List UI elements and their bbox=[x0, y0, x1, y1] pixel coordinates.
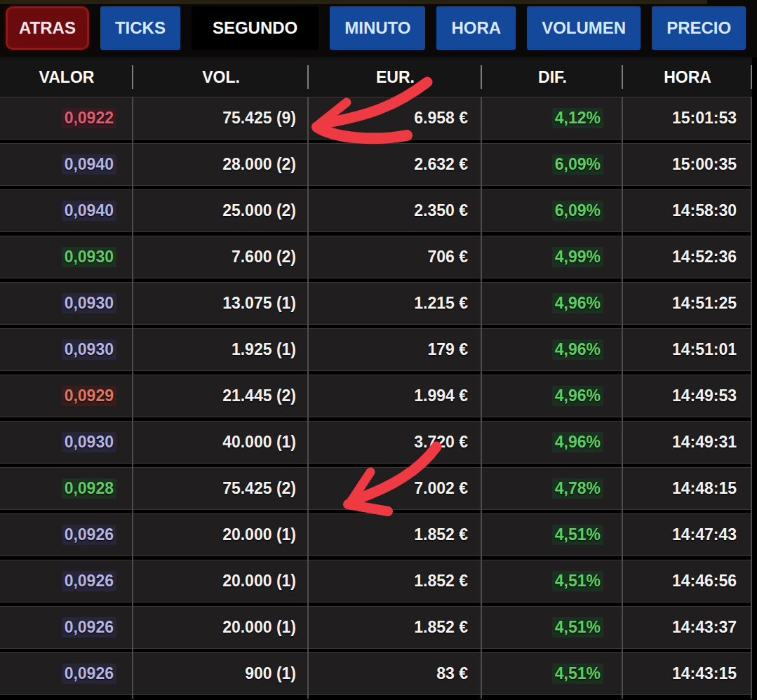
cell-vol: 7.600 (2) bbox=[133, 236, 309, 278]
header-divider bbox=[132, 65, 133, 89]
valor-value: 0,0928 bbox=[62, 478, 116, 499]
cell-eur: 7.002 € bbox=[309, 467, 482, 510]
hora-value: 14:48:15 bbox=[669, 478, 739, 499]
cell-vol: 1.925 (1) bbox=[133, 328, 309, 371]
tab-ticks[interactable]: TICKS bbox=[100, 6, 180, 50]
column-header-hora: HORA bbox=[623, 58, 752, 97]
tab-atras[interactable]: ATRAS bbox=[6, 6, 89, 50]
tab-segundo[interactable]: SEGUNDO bbox=[192, 6, 319, 50]
cell-vol: 28.000 (2) bbox=[133, 143, 309, 186]
dif-value: 4,96% bbox=[552, 432, 603, 452]
dif-value: 4,51% bbox=[552, 664, 603, 684]
cell-eur: 1.994 € bbox=[309, 375, 482, 417]
tab-volumen[interactable]: VOLUMEN bbox=[527, 6, 641, 50]
dif-value: 4,96% bbox=[552, 293, 603, 314]
column-header-valor: VALOR bbox=[0, 58, 133, 97]
vol-value: 20.000 (1) bbox=[220, 617, 299, 638]
vol-value: 25.000 (2) bbox=[220, 201, 299, 221]
tab-hora[interactable]: HORA bbox=[436, 6, 516, 50]
cell-eur: 179 € bbox=[309, 328, 482, 371]
cell-eur: 706 € bbox=[309, 236, 482, 278]
eur-value: 2.350 € bbox=[411, 201, 471, 221]
valor-value: 0,0930 bbox=[62, 247, 116, 267]
vol-value: 900 (1) bbox=[242, 664, 299, 684]
eur-value: 1.994 € bbox=[411, 386, 471, 406]
hora-value: 15:00:35 bbox=[669, 154, 739, 175]
cell-vol: 900 (1) bbox=[133, 652, 309, 695]
hora-value: 14:49:31 bbox=[669, 432, 739, 452]
valor-value: 0,0926 bbox=[62, 571, 116, 591]
vol-value: 28.000 (2) bbox=[220, 154, 299, 175]
vol-value: 75.425 (9) bbox=[220, 108, 299, 128]
cell-hora: 14:51:01 bbox=[623, 328, 752, 371]
table-body: 0,092275.425 (9)6.958 €4,12%15:01:530,09… bbox=[0, 97, 752, 699]
column-header-vol: VOL. bbox=[133, 58, 309, 97]
column-header-eur: EUR. bbox=[309, 58, 482, 97]
trade-row: 0,092275.425 (9)6.958 €4,12%15:01:53 bbox=[0, 97, 752, 140]
hora-value: 15:01:53 bbox=[669, 108, 739, 128]
tab-list: ATRASTICKSSEGUNDOMINUTOHORAVOLUMENPRECIO bbox=[6, 6, 746, 50]
trade-row: 0,092875.425 (2)7.002 €4,78%14:48:15 bbox=[0, 467, 752, 510]
vol-value: 13.075 (1) bbox=[220, 293, 299, 314]
cell-valor: 0,0926 bbox=[0, 513, 133, 556]
hora-value: 14:43:15 bbox=[669, 664, 739, 684]
cell-dif: 4,12% bbox=[482, 97, 623, 140]
header-divider bbox=[481, 65, 482, 89]
cell-vol: 20.000 (1) bbox=[133, 606, 309, 649]
cell-dif: 4,51% bbox=[482, 606, 623, 649]
valor-value: 0,0926 bbox=[62, 664, 116, 684]
dif-value: 4,96% bbox=[552, 339, 603, 360]
cell-valor: 0,0930 bbox=[0, 236, 133, 278]
trade-row: 0,092620.000 (1)1.852 €4,51%14:43:37 bbox=[0, 606, 752, 649]
trade-row: 0,094025.000 (2)2.350 €6,09%14:58:30 bbox=[0, 189, 752, 232]
trade-row: 0,0926900 (1)83 €4,51%14:43:15 bbox=[0, 652, 752, 695]
cell-valor: 0,0930 bbox=[0, 282, 133, 325]
eur-value: 179 € bbox=[424, 339, 471, 360]
valor-value: 0,0929 bbox=[62, 386, 116, 406]
cell-valor: 0,0940 bbox=[0, 143, 133, 186]
cell-dif: 4,96% bbox=[482, 421, 623, 464]
hora-value: 14:51:01 bbox=[669, 339, 739, 360]
tab-precio[interactable]: PRECIO bbox=[652, 6, 746, 50]
cell-valor: 0,0926 bbox=[0, 652, 133, 695]
valor-value: 0,0940 bbox=[62, 154, 116, 175]
vol-value: 1.925 (1) bbox=[229, 339, 299, 360]
cell-valor: 0,0922 bbox=[0, 97, 133, 140]
trade-row: 0,092620.000 (1)1.852 €4,51%14:46:56 bbox=[0, 560, 752, 603]
dif-value: 6,09% bbox=[552, 201, 603, 221]
cell-hora: 14:58:30 bbox=[623, 189, 752, 232]
eur-value: 6.958 € bbox=[411, 108, 471, 128]
tab-minuto[interactable]: MINUTO bbox=[330, 6, 425, 50]
dif-value: 4,96% bbox=[552, 386, 603, 406]
header-divider bbox=[751, 65, 752, 89]
tab-bar: ATRASTICKSSEGUNDOMINUTOHORAVOLUMENPRECIO bbox=[0, 0, 757, 58]
eur-value: 1.852 € bbox=[411, 617, 471, 638]
hora-value: 14:43:37 bbox=[669, 617, 739, 638]
cell-eur: 3.720 € bbox=[309, 421, 482, 464]
dif-value: 4,78% bbox=[552, 478, 603, 499]
cell-valor: 0,0940 bbox=[0, 189, 133, 232]
cell-valor: 0,0928 bbox=[0, 467, 133, 510]
cell-vol: 75.425 (2) bbox=[133, 467, 309, 510]
valor-value: 0,0930 bbox=[62, 293, 116, 314]
cell-dif: 4,96% bbox=[482, 375, 623, 417]
trade-row: 0,092620.000 (1)1.852 €4,51%14:47:43 bbox=[0, 513, 752, 556]
cell-vol: 13.075 (1) bbox=[133, 282, 309, 325]
valor-value: 0,0940 bbox=[62, 201, 116, 221]
cell-dif: 6,09% bbox=[482, 143, 623, 186]
column-header-dif: DIF. bbox=[482, 58, 623, 97]
cell-valor: 0,0930 bbox=[0, 328, 133, 371]
eur-value: 1.215 € bbox=[411, 293, 471, 314]
valor-value: 0,0926 bbox=[62, 525, 116, 545]
cell-hora: 14:43:37 bbox=[623, 606, 752, 649]
trade-row: 0,094028.000 (2)2.632 €6,09%15:00:35 bbox=[0, 143, 752, 186]
cell-vol: 75.425 (9) bbox=[133, 97, 309, 140]
trade-row: 0,09301.925 (1)179 €4,96%14:51:01 bbox=[0, 328, 752, 371]
dif-value: 4,51% bbox=[552, 525, 603, 545]
cell-eur: 1.852 € bbox=[309, 606, 482, 649]
cell-vol: 20.000 (1) bbox=[133, 560, 309, 603]
cell-hora: 14:49:31 bbox=[623, 421, 752, 464]
cell-dif: 4,96% bbox=[482, 328, 623, 371]
hora-value: 14:46:56 bbox=[669, 571, 739, 591]
dif-value: 4,51% bbox=[552, 617, 603, 638]
